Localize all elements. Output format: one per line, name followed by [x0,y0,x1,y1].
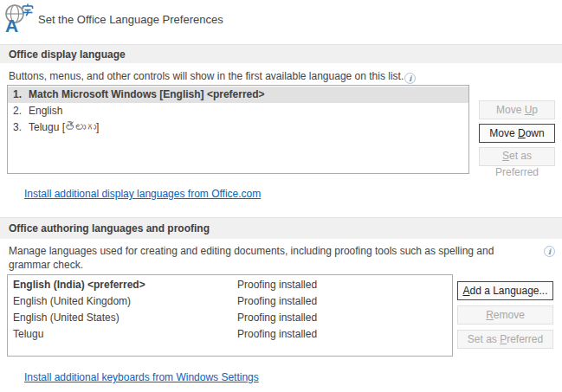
proofing-status: Proofing installed [237,277,317,293]
authoring-language-list: English (India) <preferred> Proofing ins… [7,274,453,357]
language-name: English (United Kingdom) [8,293,237,310]
remove-button: Remove [457,305,553,325]
move-down-button[interactable]: Move Down [479,124,555,143]
section-header-display-language: Office display language [0,44,562,63]
list-item[interactable]: English (India) <preferred> Proofing ins… [8,277,452,293]
authoring-languages-description: Manage languages used for creating and e… [9,244,518,272]
office-language-preferences-panel: A Set the Office Language Preferences Of… [0,0,562,392]
item-label: English [29,103,62,119]
language-name: English (India) <preferred> [8,277,237,293]
list-item[interactable]: 2. English [8,103,468,119]
page-title: Set the Office Language Preferences [38,13,223,26]
display-language-list: 1. Match Microsoft Windows [English] <pr… [7,85,469,174]
item-number: 2. [8,103,29,119]
item-number: 3. [8,119,29,136]
proofing-status: Proofing installed [237,326,317,343]
item-number: 1. [8,87,29,103]
list-item[interactable]: 1. Match Microsoft Windows [English] <pr… [8,87,468,103]
display-language-description: Buttons, menus, and other controls will … [9,69,416,84]
item-label: Match Microsoft Windows [English] <prefe… [29,87,265,103]
section-title: Office authoring languages and proofing [9,222,210,235]
list-item[interactable]: English (United Kingdom) Proofing instal… [8,293,452,310]
list-item[interactable]: English (United States) Proofing install… [8,310,452,326]
proofing-status: Proofing installed [237,310,317,326]
section-title: Office display language [9,48,126,61]
letter-a-glyph: A [5,16,18,35]
install-display-languages-link[interactable]: Install additional display languages fro… [24,188,261,200]
info-icon[interactable]: i [404,73,416,84]
description-text: Buttons, menus, and other controls will … [9,70,404,82]
set-as-preferred-button: Set as Preferred [457,330,553,349]
add-a-language-button[interactable]: Add a Language... [457,281,553,300]
list-item[interactable]: Telugu Proofing installed [8,326,452,343]
install-keyboards-link[interactable]: Install additional keyboards from Window… [24,371,259,383]
item-label: Telugu [తెలుగు] [29,119,99,136]
language-preferences-icon: A [2,3,35,35]
set-as-preferred-button: Set as Preferred [479,147,555,166]
language-name: English (United States) [8,310,237,326]
section-header-authoring-languages: Office authoring languages and proofing [0,217,562,239]
info-icon[interactable]: i [544,246,555,257]
move-up-button: Move Up [479,100,555,119]
language-name: Telugu [8,326,237,343]
proofing-status: Proofing installed [237,293,317,310]
list-item[interactable]: 3. Telugu [తెలుగు] [8,119,468,136]
